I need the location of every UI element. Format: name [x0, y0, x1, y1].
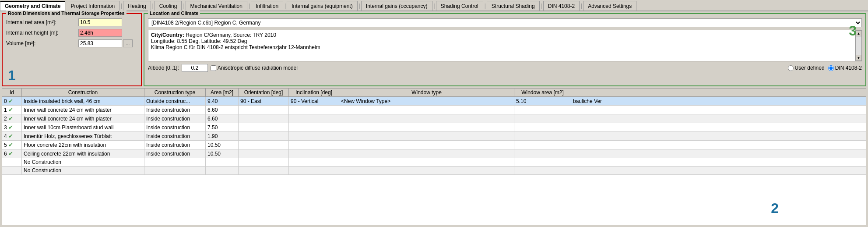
table-row[interactable]: 0 ✔Inside insulated brick wall, 46 cmOut…	[2, 97, 866, 106]
internal-net-area-input[interactable]	[78, 18, 122, 26]
cell-orientation	[239, 123, 289, 132]
tab-geometry-climate[interactable]: Geometry and Climate	[0, 1, 65, 11]
cell-construction-type: Inside construction	[144, 132, 206, 141]
check-icon: ✔	[8, 150, 13, 157]
volume-input[interactable]	[78, 39, 122, 47]
tab-separator-7: |	[433, 3, 436, 9]
tab-advanced-settings[interactable]: Advanced Settings	[583, 1, 636, 11]
cell-construction-type: Inside construction	[144, 114, 206, 123]
tab-separator-10: |	[580, 3, 583, 9]
cell-area: 10.50	[206, 149, 239, 158]
tab-mechanical-ventilation[interactable]: Mechanical Ventilation	[186, 1, 247, 11]
cell-id: 0 ✔	[2, 97, 22, 106]
anisotropic-checkbox[interactable]	[211, 65, 216, 71]
cell-extra	[571, 114, 866, 123]
table-row[interactable]: No Construction	[2, 167, 866, 175]
location-select[interactable]: [DIN4108 2/Region C.c6b] Region C, Germa…	[148, 18, 862, 27]
table-row[interactable]: 1 ✔Inner wall concrete 24 cm with plaste…	[2, 106, 866, 114]
check-icon: ✔	[8, 106, 13, 113]
tab-din4108-2[interactable]: DIN 4108-2	[543, 1, 580, 11]
tab-heating[interactable]: Heating	[123, 1, 151, 11]
cell-id: 3 ✔	[2, 123, 22, 132]
table-row[interactable]: 2 ✔Inner wall concrete 24 cm with plaste…	[2, 114, 866, 123]
internal-net-area-label: Internal net area [m²]:	[6, 19, 78, 25]
cell-inclination	[289, 114, 339, 123]
internal-net-height-label: Internal net height [m]:	[6, 30, 78, 36]
tab-separator-2: |	[151, 3, 155, 9]
col-inclination: Inclination [deg]	[289, 89, 339, 97]
cell-construction: Inner wall concrete 24 cm with plaster	[22, 106, 144, 114]
albedo-input[interactable]	[182, 64, 208, 72]
row-id: 3	[4, 124, 7, 131]
cell-id: 5 ✔	[2, 141, 22, 149]
din4108-radio-label: DIN 4108-2	[828, 65, 862, 71]
location-info-box: City/Country: Region C/Germany, Source: …	[148, 30, 862, 61]
internal-net-height-input[interactable]	[78, 29, 122, 37]
cell-extra	[571, 123, 866, 132]
internal-net-area-row: Internal net area [m²]:	[6, 18, 137, 26]
tab-structural-shading[interactable]: Structural Shading	[487, 1, 540, 11]
cell-construction: Ceiling concrete 22cm with insulation	[22, 149, 144, 158]
cell-window-area	[514, 149, 571, 158]
cell-window-type	[339, 158, 514, 167]
cell-area: 1.90	[206, 132, 239, 141]
tab-internal-gains-equipment[interactable]: Internal gains (equipment)	[287, 1, 357, 11]
user-defined-radio[interactable]	[788, 65, 794, 71]
cell-extra	[571, 106, 866, 114]
table-row[interactable]: 6 ✔Ceiling concrete 22cm with insulation…	[2, 149, 866, 158]
cell-window-type	[339, 141, 514, 149]
check-icon: ✔	[8, 115, 13, 122]
row-id: 6	[4, 151, 7, 157]
cell-window-area	[514, 123, 571, 132]
top-panel: Room Dimensions and Thermal Storage Prop…	[0, 11, 868, 88]
scroll-down-button[interactable]: ▼	[856, 55, 862, 61]
cell-construction: No Construction	[22, 167, 144, 175]
cell-area	[206, 158, 239, 167]
cell-orientation	[239, 106, 289, 114]
cell-inclination: 90 - Vertical	[289, 97, 339, 106]
tab-separator-6: |	[358, 3, 361, 9]
cell-construction: Inside insulated brick wall, 46 cm	[22, 97, 144, 106]
table-header-row: Id Construction Construction type Area […	[2, 89, 866, 97]
table-row[interactable]: 4 ✔Innentür Holz, geschlossenes Türblatt…	[2, 132, 866, 141]
room-dimensions-panel: Room Dimensions and Thermal Storage Prop…	[2, 13, 142, 86]
table-row[interactable]: 3 ✔Inner wall 10cm Plasterboard stud wal…	[2, 123, 866, 132]
cell-construction: No Construction	[22, 158, 144, 167]
row-id: 5	[4, 142, 7, 148]
check-icon: ✔	[8, 133, 13, 139]
tab-project-info[interactable]: Project Information	[66, 1, 119, 11]
cell-inclination	[289, 123, 339, 132]
location-dropdown-row: [DIN4108 2/Region C.c6b] Region C, Germa…	[148, 18, 862, 27]
cell-construction: Inner wall 10cm Plasterboard stud wall	[22, 123, 144, 132]
table-row[interactable]: 5 ✔Floor concrete 22cm with insulationIn…	[2, 141, 866, 149]
cell-id: 2 ✔	[2, 114, 22, 123]
cell-id	[2, 158, 22, 167]
col-window-type: Window type	[339, 89, 514, 97]
cell-orientation	[239, 158, 289, 167]
cell-inclination	[289, 132, 339, 141]
cell-extra: bauliche Ver	[571, 97, 866, 106]
check-icon: ✔	[8, 142, 13, 148]
check-icon: ✔	[8, 124, 13, 131]
label-3: 3	[849, 23, 857, 39]
location-info-line2: Longitude: 8.55 Deg, Latitude: 49.52 Deg	[151, 38, 859, 44]
tab-internal-gains-occupancy[interactable]: Internal gains (occupancy)	[361, 1, 432, 11]
din4108-radio[interactable]	[828, 65, 834, 71]
albedo-label: Albedo [0..1]:	[148, 65, 179, 71]
tab-shading-control[interactable]: Shading Control	[436, 1, 483, 11]
cell-extra	[571, 149, 866, 158]
volume-browse-button[interactable]: ...	[123, 39, 133, 47]
tab-separator-8: |	[484, 3, 487, 9]
location-info-line1: City/Country: Region C/Germany, Source: …	[151, 32, 859, 38]
cell-extra	[571, 158, 866, 167]
tab-infiltration[interactable]: Infiltration	[251, 1, 283, 11]
tab-cooling[interactable]: Cooling	[155, 1, 182, 11]
cell-window-type	[339, 132, 514, 141]
location-climate-title: Location and Climate	[148, 11, 200, 16]
cell-area: 9.40	[206, 97, 239, 106]
cell-inclination	[289, 167, 339, 175]
col-extra	[571, 89, 866, 97]
table-row[interactable]: No Construction	[2, 158, 866, 167]
cell-area: 6.60	[206, 106, 239, 114]
cell-window-type	[339, 114, 514, 123]
